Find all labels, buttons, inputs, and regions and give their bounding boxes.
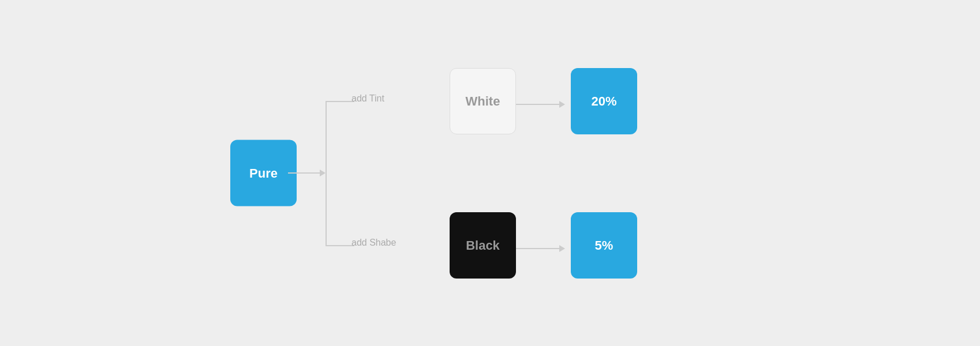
arrow-tint-result <box>516 101 565 108</box>
shade-label: add Shabe <box>351 238 396 248</box>
black-label: Black <box>466 238 500 253</box>
arrow-shade-result <box>516 245 565 252</box>
black-block: Black <box>450 212 516 279</box>
tint-label: add Tint <box>351 93 384 104</box>
arrow-segment <box>288 172 320 174</box>
tint-percentage-block: 20% <box>571 68 637 134</box>
arrowhead <box>320 170 326 176</box>
shade-percentage-block: 5% <box>571 212 637 279</box>
pure-label: Pure <box>249 166 278 180</box>
arrow-pure-to-fork <box>288 170 326 176</box>
shade-percentage: 5% <box>595 238 614 253</box>
arrowhead <box>559 101 565 108</box>
tint-result-box: 20% <box>571 68 637 134</box>
branch-bottom-line <box>326 245 354 246</box>
diagram: Pure add Tint add Shabe White Black <box>230 52 750 294</box>
shade-result-box: 5% <box>571 212 637 279</box>
fork-vertical-line <box>326 101 327 245</box>
white-block: White <box>450 68 516 134</box>
pure-box: Pure <box>230 140 297 206</box>
tint-percentage: 20% <box>591 94 616 109</box>
white-label: White <box>466 94 500 109</box>
arrow-segment <box>516 248 559 249</box>
arrowhead <box>559 245 565 252</box>
branch-top-line <box>326 101 354 102</box>
arrow-segment <box>516 104 559 105</box>
black-color-block: Black <box>450 212 516 279</box>
white-color-block: White <box>450 68 516 134</box>
